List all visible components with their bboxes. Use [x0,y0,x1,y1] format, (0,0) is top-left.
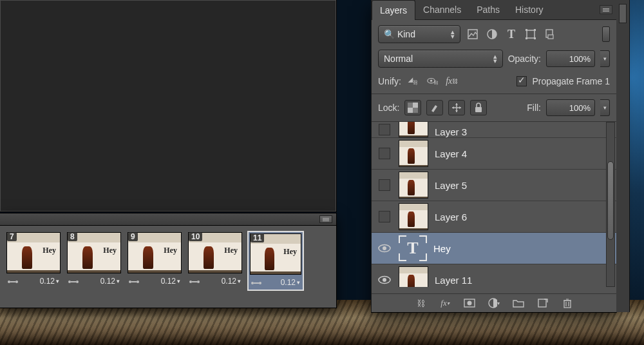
opacity-dropdown-icon[interactable]: ▾ [600,50,610,67]
layer-group-icon[interactable] [513,297,524,309]
visibility-toggle[interactable] [377,146,392,161]
svg-rect-8 [548,35,553,39]
layer-row[interactable]: Layer 6 [372,201,616,233]
visibility-toggle[interactable] [377,241,392,256]
frame-delay[interactable]: 0.12 [161,277,180,286]
layer-row[interactable]: Layer 11 [372,264,616,287]
visibility-toggle[interactable] [377,122,392,137]
layer-name[interactable]: Layer 5 [435,180,467,191]
lock-transparency-icon[interactable] [404,100,421,115]
timeline-panel-menu-icon[interactable] [319,215,332,223]
scrollbar-handle[interactable] [607,161,614,240]
tween-icon[interactable] [189,278,200,284]
layer-row[interactable]: Layer 5 [372,170,616,201]
blend-mode-select[interactable]: Normal ▴▾ [378,50,503,68]
tab-channels[interactable]: Channels [415,0,469,19]
fill-input[interactable]: 100% [546,99,595,116]
layer-row[interactable]: Layer 4 [372,138,616,170]
timeline-frame[interactable]: 70.12 [5,231,62,291]
lock-pixels-icon[interactable] [426,100,443,115]
filter-kind-label: Kind [397,29,415,39]
layer-thumbnail [399,203,428,230]
layers-panel: Layers Channels Paths History 🔍 Kind ▴▾ … [371,0,617,313]
filter-pixel-icon[interactable] [466,27,480,41]
document-canvas[interactable] [0,0,337,212]
unify-position-icon[interactable]: ⛓ [406,74,421,88]
layer-name[interactable]: Hey [433,243,451,254]
svg-text:⛓: ⛓ [433,80,438,86]
frame-delay[interactable]: 0.12 [281,278,300,287]
panel-menu-icon[interactable] [600,5,612,14]
blend-mode-value: Normal [384,54,413,64]
visibility-toggle[interactable] [377,209,392,224]
filter-shape-icon[interactable] [524,27,538,41]
tab-layers[interactable]: Layers [372,0,415,20]
layer-thumbnail [399,266,428,287]
unify-visibility-icon[interactable]: ⛓ [426,74,440,88]
layer-name[interactable]: Layer 4 [435,148,467,159]
frame-number: 9 [128,232,138,241]
collapsed-panel-peg[interactable] [619,4,627,23]
fill-value: 100% [569,103,591,113]
layer-list-scrollbar[interactable] [606,122,615,287]
svg-rect-3 [526,29,527,31]
tween-icon[interactable] [8,278,18,284]
svg-rect-5 [526,37,527,39]
panel-tabs: Layers Channels Paths History [372,0,616,20]
timeline-frame[interactable]: 110.12 [247,231,304,291]
frame-delay[interactable]: 0.12 [222,277,241,286]
filter-adjustment-icon[interactable] [485,27,499,41]
opacity-value: 100% [569,54,591,64]
visibility-toggle[interactable] [377,177,392,193]
propagate-frame-checkbox[interactable] [516,76,527,86]
tab-paths[interactable]: Paths [469,0,507,19]
layer-row[interactable]: Layer 3 [372,122,616,138]
lock-label: Lock: [378,103,399,113]
blend-opacity-row: Normal ▴▾ Opacity: 100% ▾ [372,48,616,73]
visibility-toggle[interactable] [377,272,392,287]
layer-thumbnail [399,122,428,137]
opacity-input[interactable]: 100% [546,50,595,67]
layer-list: Layer 3Layer 4Layer 5Layer 6THeyLayer 11 [372,122,616,287]
frame-delay[interactable]: 0.12 [100,277,120,286]
svg-rect-14 [408,103,413,108]
layer-row[interactable]: THey [372,233,616,264]
timeline-frame[interactable]: 100.12 [187,231,243,291]
svg-rect-25 [564,301,571,308]
propagate-frame-label: Propagate Frame 1 [532,76,610,86]
delete-layer-icon[interactable] [562,297,573,309]
unify-row: Unify: ⛓ ⛓ fx⛓ Propagate Frame 1 [372,73,616,94]
tween-icon[interactable] [68,278,79,284]
filter-kind-select[interactable]: 🔍 Kind ▴▾ [378,25,460,43]
collapsed-panel-strip[interactable] [616,0,630,312]
new-layer-icon[interactable] [537,297,549,309]
tab-history[interactable]: History [507,0,551,19]
timeline-frames: 70.1280.1290.12100.12110.12 [0,226,336,293]
lock-position-icon[interactable] [448,100,465,115]
layer-mask-icon[interactable] [464,297,475,309]
fill-label: Fill: [527,103,541,113]
filter-type-icon[interactable]: T [504,27,518,41]
timeline-frame[interactable]: 90.12 [126,231,183,291]
svg-point-11 [430,80,432,82]
timeline-panel: 70.1280.1290.12100.12110.12 [0,213,337,308]
layers-bottom-bar: ⛓ fx▾ ▾ [372,293,616,312]
tween-icon[interactable] [251,279,261,286]
layer-style-icon[interactable]: fx▾ [439,297,451,309]
tween-icon[interactable] [129,278,139,284]
frame-footer: 0.12 [66,275,122,288]
layer-name[interactable]: Layer 11 [435,275,472,286]
layer-name[interactable]: Layer 6 [435,212,467,222]
filter-smartobject-icon[interactable] [543,27,557,41]
frame-delay[interactable]: 0.12 [40,277,59,286]
filter-toggle-switch[interactable] [602,26,610,42]
lock-all-icon[interactable] [470,100,487,115]
opacity-label: Opacity: [508,54,541,64]
layer-name[interactable]: Layer 3 [435,126,467,137]
timeline-frame[interactable]: 80.12 [66,231,122,291]
link-layers-icon[interactable]: ⛓ [415,297,426,309]
fill-dropdown-icon[interactable]: ▾ [600,99,610,116]
svg-text:⛓: ⛓ [413,80,418,86]
adjustment-layer-icon[interactable]: ▾ [488,297,500,309]
unify-style-icon[interactable]: fx⛓ [445,74,459,88]
